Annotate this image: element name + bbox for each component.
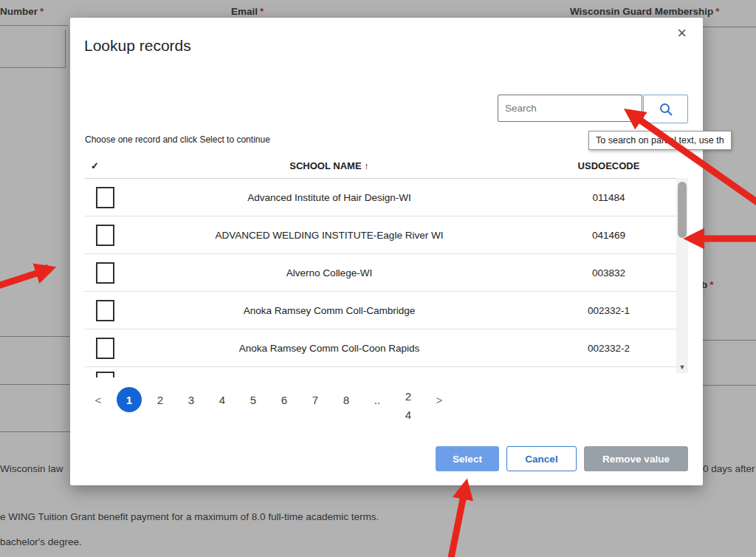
- search-input[interactable]: [498, 95, 642, 122]
- pagination-next[interactable]: >: [427, 387, 452, 412]
- select-all-check-icon: ✓: [85, 160, 129, 171]
- pagination-page-7[interactable]: 7: [303, 387, 328, 412]
- column-header-school-name-text: SCHOOL NAME: [289, 160, 361, 171]
- row-checkbox[interactable]: [96, 300, 114, 321]
- table-row[interactable]: ADVANCED WELDING INSTITUTE-Eagle River W…: [85, 216, 688, 254]
- pagination-prev[interactable]: <: [86, 387, 111, 412]
- column-header-school-name[interactable]: SCHOOL NAME ↑: [129, 160, 529, 171]
- column-header-usdoecode[interactable]: USDOECODE: [529, 160, 688, 171]
- usdoecode-cell: 041469: [529, 230, 688, 241]
- pagination-page-8[interactable]: 8: [334, 387, 359, 412]
- table-row[interactable]: Anoka Ramsey Comm Coll-Cambridge 002332-…: [85, 292, 688, 329]
- search-bar: [498, 95, 688, 123]
- row-checkbox[interactable]: [96, 338, 114, 359]
- pagination-page-5[interactable]: 5: [241, 387, 266, 412]
- pagination-page-4[interactable]: 4: [210, 387, 235, 412]
- usdoecode-cell: 002332-2: [529, 343, 688, 354]
- sort-ascending-icon: ↑: [364, 160, 369, 171]
- row-checkbox: [96, 372, 114, 377]
- pagination-page-3[interactable]: 3: [179, 387, 204, 412]
- table-scrollbar[interactable]: ▼: [676, 178, 688, 373]
- close-icon[interactable]: ×: [677, 25, 687, 41]
- pagination: < 1 2 3 4 5 6 7 8 .. 24 >: [70, 387, 452, 424]
- pagination-page-24[interactable]: 24: [396, 387, 421, 424]
- search-button[interactable]: [643, 95, 688, 123]
- pagination-page-1[interactable]: 1: [117, 387, 142, 412]
- row-checkbox[interactable]: [96, 225, 114, 246]
- row-checkbox[interactable]: [96, 262, 114, 284]
- pagination-page-6[interactable]: 6: [272, 387, 297, 412]
- school-name-cell: Anoka Ramsey Comm Coll-Coon Rapids: [129, 343, 529, 354]
- dialog-instruction: Choose one record and click Select to co…: [85, 134, 270, 145]
- table-header-row: ✓ SCHOOL NAME ↑ USDOECODE: [85, 153, 688, 179]
- search-icon: [659, 102, 673, 117]
- pagination-ellipsis[interactable]: ..: [365, 387, 390, 412]
- usdoecode-cell: 003832: [529, 267, 688, 278]
- row-checkbox[interactable]: [96, 187, 114, 208]
- school-name-cell: Anoka Ramsey Comm Coll-Cambridge: [129, 305, 529, 316]
- usdoecode-cell: 002332-1: [529, 305, 688, 316]
- dialog-footer: Select Cancel Remove value: [436, 446, 688, 471]
- partial-next-row: [85, 367, 688, 377]
- remove-value-button[interactable]: Remove value: [584, 446, 688, 471]
- scroll-down-icon[interactable]: ▼: [676, 361, 688, 373]
- school-name-cell: ADVANCED WELDING INSTITUTE-Eagle River W…: [129, 230, 529, 241]
- table-row[interactable]: Alverno College-WI 003832: [85, 254, 688, 292]
- records-table: ✓ SCHOOL NAME ↑ USDOECODE Advanced Insti…: [85, 153, 688, 373]
- select-button[interactable]: Select: [436, 446, 499, 471]
- search-tooltip: To search on partial text, use th: [588, 131, 732, 150]
- usdoecode-cell: 011484: [529, 192, 688, 203]
- scrollbar-thumb[interactable]: [678, 182, 687, 238]
- table-row[interactable]: Anoka Ramsey Comm Coll-Coon Rapids 00233…: [85, 329, 688, 367]
- cancel-button[interactable]: Cancel: [506, 446, 577, 471]
- school-name-cell: Advanced Institute of Hair Design-WI: [129, 192, 529, 203]
- dialog-title: Lookup records: [84, 37, 191, 55]
- table-row[interactable]: Advanced Institute of Hair Design-WI 011…: [85, 179, 688, 216]
- lookup-records-dialog: × Lookup records Choose one record and c…: [70, 18, 703, 485]
- pagination-page-24-label: 24: [405, 387, 413, 424]
- school-name-cell: Alverno College-WI: [129, 267, 529, 278]
- pagination-page-2[interactable]: 2: [148, 387, 173, 412]
